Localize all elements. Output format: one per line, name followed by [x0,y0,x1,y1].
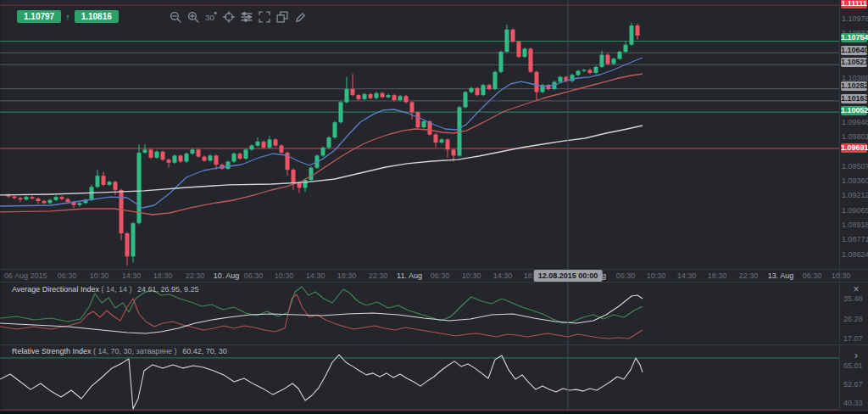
minus-di-line [0,294,643,338]
time-label: 06 Aug 2015 [4,271,47,280]
sell-price-button[interactable]: 1.10797 [17,10,61,23]
rsi-pane-title: Relative Strength Index ( 14, 70, 30, за… [12,347,227,355]
price-axis-divider [839,0,840,411]
time-label: 10. Aug [214,271,240,280]
timeframe-30-icon[interactable]: 30 [205,11,217,23]
price-tick: 1.09065 [842,206,868,215]
quote-panel: 1.10797 ↑ 1.10816 [17,10,119,23]
time-label: 18:30 [337,271,357,280]
trading-chart-window: 1.10797 ↑ 1.10816 30 1.109781.108311.103… [0,0,868,414]
time-label: 18:30 [708,271,727,280]
zoom-out-icon[interactable] [170,11,181,23]
adx-axis-tick: 17.07 [843,334,863,343]
price-badge-gray: 1.10521 [841,58,867,67]
time-label: 22:30 [186,271,205,280]
adx-axis-tick: 26.28 [843,315,863,323]
buy-price-button[interactable]: 1.10816 [75,10,119,23]
price-tick: 1.09212 [842,191,868,199]
adx-pane-title: Average Directional Index ( 14, 14 ) 24.… [12,285,199,294]
zoom-in-icon[interactable] [187,11,199,23]
price-tick: 1.09801 [842,132,868,141]
rsi-axis-tick: 52.67 [843,380,863,389]
price-badge-red: 1.09691 [841,143,867,153]
time-label: 06:30 [616,271,636,280]
price-tick: 1.09948 [842,118,868,126]
time-label: 10:30 [275,271,294,280]
time-label: 06:30 [58,271,77,280]
time-label: 10:30 [90,271,109,280]
ma-mid[interactable] [0,74,643,215]
compare-icon[interactable] [276,11,288,23]
price-tick: 1.10978 [842,14,868,23]
rsi-axis-tick: 65.01 [843,361,863,370]
time-label: 18:30 [153,271,173,280]
price-tick: 1.08918 [842,221,868,229]
time-label: 06:30 [431,271,450,280]
crosshair-time-badge: 12.08.2015 00:00 [534,270,603,282]
price-tick: 1.09360 [842,176,868,185]
chart-timeaxis-divider [0,269,868,270]
price-badge-green: 1.10754 [841,33,867,42]
rsi-axis-tick: 40.33 [843,399,863,407]
price-badge-gray: 1.10640 [841,46,867,55]
rsi-expand-button[interactable]: › [850,350,862,362]
price-tick: 1.08771 [842,235,868,243]
time-label: 10:30 [647,271,666,280]
time-label: 06:30 [244,271,264,280]
crosshair-icon[interactable] [223,11,235,23]
price-badge-gray: 1.10163 [841,94,867,104]
price-direction-up-icon: ↑ [65,12,70,22]
adx-close-button[interactable]: × [850,284,862,296]
time-label: 10:30 [832,271,851,280]
time-label: 22:30 [369,271,388,280]
time-label: 22:30 [739,271,759,280]
fullscreen-icon[interactable] [259,11,270,23]
adx-rsi-divider[interactable] [0,344,868,345]
rsi-line [0,355,643,409]
indicator-settings-icon[interactable] [241,11,253,23]
time-label: 11. Aug [397,271,422,280]
time-label: 14:30 [493,271,513,280]
chart-toolbar: 30 [170,11,306,23]
time-label: 13. Aug [768,271,794,280]
time-label: 06:30 [803,271,822,280]
price-badge-red: 1.11111 [841,0,867,8]
time-label: 10:30 [462,271,481,280]
timeaxis-adx-divider [0,282,868,283]
time-label: 14:30 [677,271,697,280]
draw-icon[interactable] [294,11,306,23]
time-label: 14:30 [122,271,142,280]
price-badge-gray: 1.10282 [841,81,867,91]
svg-text:30: 30 [205,13,214,22]
price-tick: 1.08624 [842,250,868,259]
price-tick: 1.09507 [842,162,868,171]
price-badge-green: 1.10052 [841,106,867,115]
time-label: 14:30 [306,271,326,280]
